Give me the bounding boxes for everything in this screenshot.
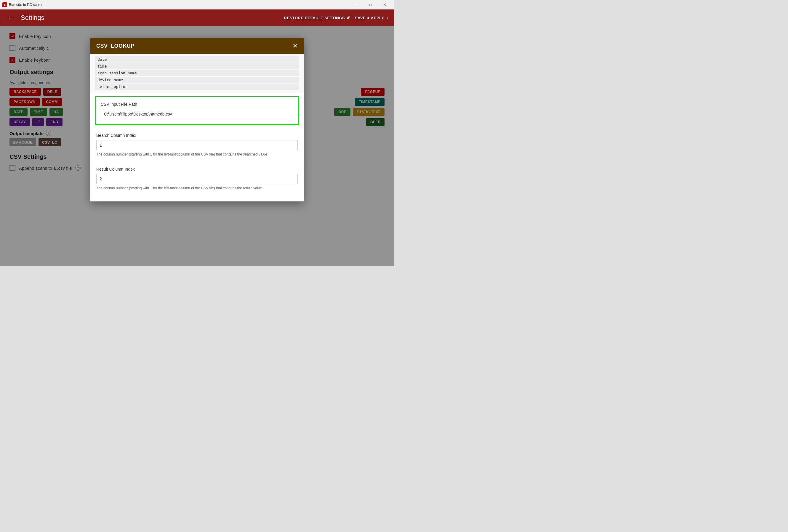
maximize-button[interactable]: □ <box>364 0 377 9</box>
var-date: date <box>95 56 299 62</box>
csv-input-section: CSV Input File Path <box>95 96 299 125</box>
variable-list: date time scan_session_name device_name … <box>90 54 304 93</box>
modal-title: CSV_LOOKUP <box>96 43 135 49</box>
minimize-button[interactable]: ─ <box>350 0 363 9</box>
result-column-hint: The column number (starting with 1 for t… <box>96 186 298 191</box>
main-content: Enable tray icon Automatically c Enable … <box>0 26 394 266</box>
var-time: time <box>95 63 299 69</box>
modal-header: CSV_LOOKUP ✕ <box>90 38 304 54</box>
search-column-input[interactable] <box>96 140 298 150</box>
search-column-label: Search Column Index <box>96 133 298 138</box>
title-bar-left: B Barcode to PC server <box>2 2 43 7</box>
top-bar: ← Settings RESTORE DEFAULT SETTINGS ↺ SA… <box>0 9 394 26</box>
back-button[interactable]: ← <box>5 13 16 23</box>
app-icon: B <box>2 2 7 7</box>
save-apply-button[interactable]: SAVE & APPLY ✓ <box>355 16 389 20</box>
close-button[interactable]: ✕ <box>378 0 392 9</box>
save-icon: ✓ <box>386 16 390 20</box>
save-label: SAVE & APPLY <box>355 16 384 20</box>
top-actions: RESTORE DEFAULT SETTINGS ↺ SAVE & APPLY … <box>284 16 389 20</box>
var-device-name: device_name <box>95 77 299 83</box>
var-select-option: select_option <box>95 83 299 90</box>
title-bar-controls: ─ □ ✕ <box>350 0 392 9</box>
restore-defaults-button[interactable]: RESTORE DEFAULT SETTINGS ↺ <box>284 16 350 20</box>
result-column-section: Result Column Index The column number (s… <box>90 162 304 196</box>
result-column-input[interactable] <box>96 174 298 184</box>
csv-lookup-modal: CSV_LOOKUP ✕ date time scan_session_name… <box>90 38 304 201</box>
csv-input-label: CSV Input File Path <box>101 102 293 106</box>
modal-body: date time scan_session_name device_name … <box>90 54 304 201</box>
restore-label: RESTORE DEFAULT SETTINGS <box>284 16 345 20</box>
var-scan-session-name: scan_session_name <box>95 70 299 76</box>
modal-close-button[interactable]: ✕ <box>292 43 298 49</box>
app-name: Barcode to PC server <box>9 3 43 7</box>
csv-input-field[interactable] <box>101 109 293 119</box>
modal-overlay: CSV_LOOKUP ✕ date time scan_session_name… <box>0 26 394 266</box>
page-title: Settings <box>21 14 279 22</box>
result-column-label: Result Column Index <box>96 167 298 172</box>
search-column-section: Search Column Index The column number (s… <box>90 128 304 162</box>
restore-icon: ↺ <box>347 16 350 20</box>
title-bar: B Barcode to PC server ─ □ ✕ <box>0 0 394 9</box>
search-column-hint: The column number (starting with 1 for t… <box>96 152 298 157</box>
